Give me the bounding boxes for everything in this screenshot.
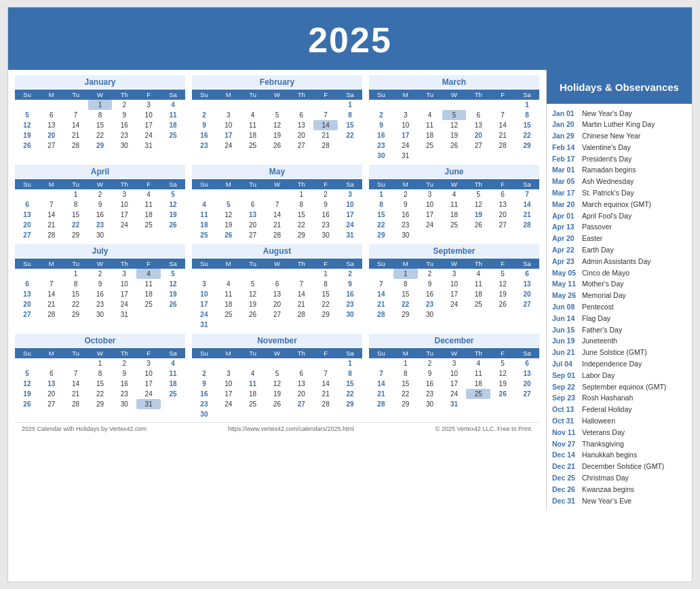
calendar-day: 25 <box>136 220 161 230</box>
calendar-day: 1 <box>64 269 88 279</box>
calendar-day: 17 <box>136 379 161 389</box>
calendar-day: 6 <box>241 200 265 210</box>
calendar-day: 13 <box>15 289 39 299</box>
calendar-day <box>369 269 393 279</box>
list-item: Feb 14Valentine's Day <box>552 142 686 153</box>
calendar-day: 15 <box>313 289 338 299</box>
calendar-day: 12 <box>161 200 185 210</box>
list-item: Nov 27Thanksgiving <box>552 438 686 450</box>
list-item: Apr 01April Fool's Day <box>552 210 686 222</box>
calendar-day: 18 <box>466 379 490 389</box>
calendar-day: 4 <box>442 189 467 200</box>
calendar-day <box>490 151 515 161</box>
calendar-day <box>216 189 241 200</box>
holiday-date: Dec 25 <box>552 472 579 484</box>
holiday-date: Mar 01 <box>552 164 579 176</box>
calendar-day: 29 <box>64 230 88 240</box>
holiday-name: Ash Wednesday <box>582 176 634 187</box>
day-header: Sa <box>515 179 539 189</box>
holiday-name: Independence Day <box>582 358 642 370</box>
calendar-day: 20 <box>15 299 39 309</box>
calendar-day <box>515 151 539 161</box>
calendar-day: 10 <box>216 379 241 389</box>
calendar-day: 16 <box>418 289 442 299</box>
calendar-day: 16 <box>88 289 113 299</box>
list-item: Jan 29Chinese New Year <box>552 130 686 142</box>
calendar-day: 31 <box>338 230 362 240</box>
calendar-day: 10 <box>112 279 136 289</box>
calendar-day <box>313 100 338 110</box>
calendar-day: 21 <box>369 299 393 309</box>
calendar-day: 11 <box>216 289 241 299</box>
day-header: W <box>88 179 113 189</box>
calendar-day: 27 <box>265 309 290 320</box>
holiday-name: Juneteenth <box>582 335 617 347</box>
calendar-day: 17 <box>192 299 216 309</box>
calendar-day: 12 <box>442 120 467 130</box>
day-header: Sa <box>161 179 185 189</box>
calendar-day: 14 <box>64 379 88 389</box>
calendar-day: 2 <box>112 358 136 368</box>
calendar-day: 7 <box>313 368 338 379</box>
holiday-name: Valentine's Day <box>582 142 631 153</box>
calendar-day: 28 <box>64 140 88 151</box>
calendar-day: 4 <box>216 279 241 289</box>
calendar-day: 6 <box>515 269 539 279</box>
holiday-name: President's Day <box>582 153 631 165</box>
calendar-day: 20 <box>15 220 39 230</box>
day-header: M <box>216 90 241 100</box>
calendar-day: 25 <box>241 399 265 409</box>
day-header: Tu <box>418 179 442 189</box>
month-block: OctoberSuMTuWThFSa1234567891011121314151… <box>15 334 185 419</box>
calendar-day: 7 <box>39 200 64 210</box>
calendar-day: 29 <box>289 230 313 240</box>
calendar-day: 28 <box>64 399 88 409</box>
calendar-day: 30 <box>393 230 418 240</box>
day-header: M <box>39 259 64 269</box>
day-header: F <box>136 90 161 100</box>
calendar-day: 3 <box>418 189 442 200</box>
day-header: Sa <box>338 348 362 358</box>
calendar-day: 14 <box>313 120 338 130</box>
calendar-day: 22 <box>369 220 393 230</box>
calendar-day: 3 <box>216 110 241 120</box>
calendar-day <box>241 100 265 110</box>
calendar-day: 29 <box>393 399 418 409</box>
calendar-day <box>216 358 241 368</box>
holiday-name: Labor Day <box>582 370 615 381</box>
day-header: Sa <box>161 259 185 269</box>
calendar-day <box>289 358 313 368</box>
month-block: SeptemberSuMTuWThFSa12345678910111213141… <box>369 244 539 330</box>
holiday-date: Jun 14 <box>552 313 579 324</box>
calendar-day: 9 <box>112 110 136 120</box>
calendar-day: 21 <box>265 220 290 230</box>
day-header: M <box>39 348 64 358</box>
calendar-day: 25 <box>466 299 490 309</box>
list-item: Jan 01New Year's Day <box>552 108 686 119</box>
calendar-day: 9 <box>88 200 113 210</box>
calendar-day: 4 <box>136 189 161 200</box>
list-item: Nov 11Veterans Day <box>552 427 686 438</box>
calendar-day: 14 <box>313 379 338 389</box>
day-header: Th <box>289 348 313 358</box>
holiday-name: Flag Day <box>582 313 610 324</box>
month-title: September <box>369 244 539 258</box>
holiday-name: Memorial Day <box>582 290 626 301</box>
month-block: FebruarySuMTuWThFSa123456789101112131415… <box>192 75 362 161</box>
calendar-day: 21 <box>289 299 313 309</box>
calendar-day: 5 <box>490 269 515 279</box>
calendar-day: 23 <box>112 389 136 399</box>
calendar-day: 18 <box>466 289 490 299</box>
calendar-day <box>338 409 362 419</box>
calendar-day: 9 <box>418 279 442 289</box>
day-header: Th <box>112 259 136 269</box>
calendar-day: 5 <box>15 110 39 120</box>
day-header: Su <box>369 90 393 100</box>
calendar-day: 12 <box>490 368 515 379</box>
calendar-day: 23 <box>112 130 136 140</box>
calendar-day: 7 <box>39 279 64 289</box>
calendar-day: 19 <box>490 289 515 299</box>
holiday-date: Apr 13 <box>552 221 579 233</box>
calendar-day: 16 <box>112 120 136 130</box>
calendar-day: 24 <box>442 299 467 309</box>
